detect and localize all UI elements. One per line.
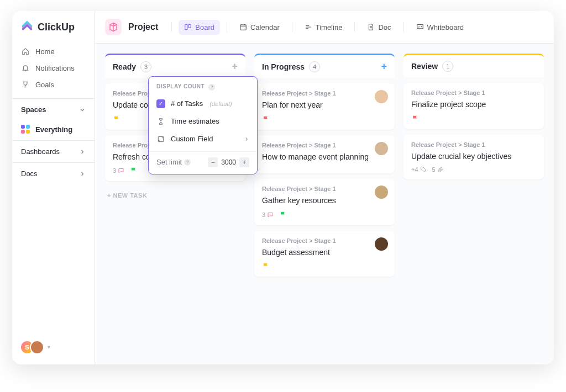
caret-down-icon: ▼ (46, 345, 51, 350)
option-label: Time estimates (171, 117, 219, 125)
task-card[interactable]: Release Project > Stage 1 Plan for next … (254, 83, 395, 130)
divider (292, 22, 292, 32)
flag-icon (113, 115, 120, 123)
nav-docs[interactable]: Docs (12, 162, 95, 184)
task-card[interactable]: Release Project > Stage 1 How to manage … (254, 135, 395, 174)
column-title: Ready (113, 62, 136, 71)
card-title: Budget assessment (262, 247, 387, 258)
assignee-avatar (375, 186, 388, 199)
logo-icon (21, 21, 33, 33)
topbar: Project Board Calendar Timeline Doc (95, 11, 554, 44)
custom-field-icon (156, 135, 165, 144)
card-breadcrumb: Release Project > Stage 1 (411, 89, 536, 96)
count-badge[interactable]: 1 (442, 61, 453, 72)
card-breadcrumb: Release Project > Stage 1 (262, 90, 387, 97)
tab-label: Board (195, 23, 214, 31)
main-content: Project Board Calendar Timeline Doc (95, 11, 554, 364)
flag-icon (411, 115, 419, 123)
chevron-right-icon (79, 149, 86, 155)
row-label: Docs (21, 169, 38, 178)
task-card[interactable]: Release Project > Stage 1 Finalize proje… (403, 83, 544, 129)
timeline-icon (305, 23, 312, 31)
card-breadcrumb: Release Project > Stage 1 (262, 237, 387, 244)
display-count-popover: DISPLAY COUNT ? ✓ # of Tasks (default) T… (148, 76, 258, 174)
card-breadcrumb: Release Project > Stage 1 (262, 142, 387, 149)
limit-label: Set limit (156, 158, 182, 166)
tab-doc[interactable]: Doc (361, 20, 396, 35)
flag-icon (262, 262, 270, 270)
user-avatars[interactable]: S ▼ (12, 330, 95, 364)
avatar (30, 340, 44, 354)
nav-notifications[interactable]: Notifications (12, 60, 95, 76)
tab-timeline[interactable]: Timeline (299, 20, 348, 35)
card-title: How to manage event planning (262, 152, 387, 163)
limit-stepper: − 3000 + (208, 157, 249, 167)
popover-option-custom[interactable]: Custom Field (149, 130, 257, 148)
tab-label: Calendar (250, 23, 280, 31)
flag-icon (279, 211, 287, 219)
card-meta: +4 5 (411, 166, 536, 173)
column-header[interactable]: In Progress 4 + (254, 54, 395, 78)
task-card[interactable]: Release Project > Stage 1 Update crucial… (403, 135, 544, 180)
option-label: # of Tasks (171, 99, 203, 108)
column-in-progress: In Progress 4 + Release Project > Stage … (254, 54, 395, 354)
count-badge[interactable]: 4 (309, 61, 320, 72)
help-icon[interactable]: ? (208, 84, 215, 91)
row-label: Dashboards (21, 147, 60, 156)
task-card[interactable]: Release Project > Stage 1 Budget assessm… (254, 231, 395, 277)
tab-label: Whiteboard (427, 23, 464, 31)
column-title: Review (411, 62, 438, 71)
column-ready: Ready 3 + DISPLAY COUNT ? ✓ # of Tasks (… (105, 54, 245, 354)
flag-icon (130, 167, 138, 174)
count-badge[interactable]: 3 (140, 61, 151, 72)
everything-label: Everything (35, 125, 72, 134)
column-title: In Progress (262, 62, 305, 71)
help-icon[interactable]: ? (184, 159, 191, 166)
spaces-toggle[interactable]: Spaces (12, 99, 95, 120)
popover-option-time[interactable]: Time estimates (149, 113, 257, 130)
board-view: Ready 3 + DISPLAY COUNT ? ✓ # of Tasks (… (95, 44, 554, 364)
column-header[interactable]: Review 1 (403, 54, 544, 77)
hourglass-icon (156, 117, 165, 126)
checkbox-checked-icon: ✓ (156, 99, 165, 108)
card-title: Plan for next year (262, 100, 387, 111)
tab-board[interactable]: Board (179, 20, 220, 35)
sidebar: ClickUp Home Notifications Goals Spaces (12, 11, 95, 364)
comments-count: 3 (262, 211, 274, 218)
flag-icon (262, 115, 270, 123)
nav-home[interactable]: Home (12, 43, 95, 60)
set-limit-row: Set limit ? − 3000 + (149, 151, 257, 168)
svg-rect-0 (185, 24, 187, 29)
primary-nav: Home Notifications Goals (12, 41, 95, 98)
nav-dashboards[interactable]: Dashboards (12, 140, 95, 162)
tab-calendar[interactable]: Calendar (234, 20, 285, 35)
option-label: Custom Field (171, 135, 213, 143)
everything-item[interactable]: Everything (12, 120, 95, 140)
svg-rect-2 (240, 25, 247, 30)
increment-button[interactable]: + (239, 157, 249, 167)
tab-whiteboard[interactable]: Whiteboard (411, 20, 469, 35)
divider (171, 22, 172, 32)
nav-goals[interactable]: Goals (12, 76, 95, 93)
task-card[interactable]: Release Project > Stage 1 Gather key res… (254, 179, 395, 225)
card-meta: 3 (262, 211, 387, 219)
project-icon (105, 19, 122, 35)
divider (403, 22, 404, 32)
popover-option-tasks[interactable]: ✓ # of Tasks (default) (149, 95, 257, 113)
card-title: Update crucial key objectives (411, 151, 536, 162)
card-breadcrumb: Release Project > Stage 1 (411, 141, 536, 148)
project-title: Project (128, 22, 158, 32)
new-task-button[interactable]: + NEW TASK (105, 187, 245, 204)
tab-label: Doc (378, 23, 391, 31)
add-task-button[interactable]: + (232, 61, 238, 72)
chevron-right-icon (79, 171, 86, 177)
calendar-icon (239, 23, 247, 31)
whiteboard-icon (416, 23, 424, 31)
spaces-section: Spaces Everything (12, 98, 95, 140)
decrement-button[interactable]: − (208, 157, 218, 167)
nav-label: Notifications (35, 64, 75, 72)
add-task-button[interactable]: + (381, 61, 387, 72)
default-suffix: (default) (209, 100, 232, 107)
tab-label: Timeline (316, 23, 343, 31)
column-header[interactable]: Ready 3 + DISPLAY COUNT ? ✓ # of Tasks (… (105, 54, 245, 78)
